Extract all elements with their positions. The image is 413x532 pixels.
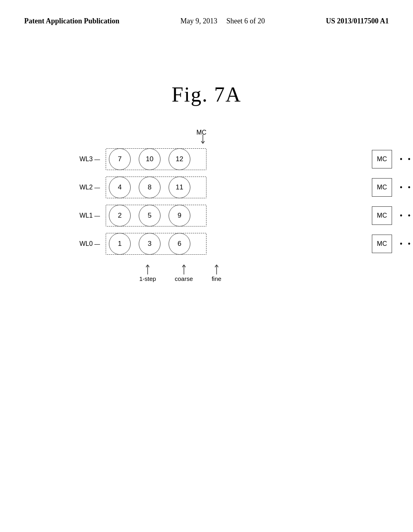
cell-4: 4 [109, 177, 131, 198]
cell-1: 1 [109, 233, 131, 255]
cell-3: 3 [139, 233, 161, 255]
cell-9: 9 [169, 205, 190, 227]
label-1step: 1-step [139, 264, 156, 282]
label-1step-text: 1-step [139, 275, 156, 282]
label-coarse-text: coarse [175, 275, 193, 282]
mc-box-wl2: MC [372, 178, 392, 197]
wl0-label: WL0 — [79, 240, 100, 247]
cells-wl3: 7 10 12 [106, 145, 194, 173]
wl3-label: WL3 — [79, 156, 100, 163]
patent-number: US 2013/0117500 A1 [326, 16, 389, 26]
cell-10: 10 [139, 148, 161, 170]
row-wl2: WL2 — 4 8 11 MC • • • [106, 173, 356, 202]
publication-label: Patent Application Publication [24, 16, 119, 26]
arrow-1step [145, 264, 150, 275]
cells-wl0: 1 3 6 [106, 230, 194, 258]
bottom-labels: 1-step coarse fine [130, 264, 231, 282]
figure-title: Fig. 7A [0, 83, 413, 106]
dots-wl1: • • • [400, 206, 413, 225]
mc-box-wl3: MC [372, 150, 392, 168]
cell-2: 2 [109, 205, 131, 227]
page-header: Patent Application Publication May 9, 20… [0, 0, 413, 26]
cell-12: 12 [169, 148, 190, 170]
cells-wl1: 2 5 9 [106, 202, 194, 230]
cell-11: 11 [169, 177, 190, 198]
label-coarse: coarse [175, 264, 193, 282]
diagram: MC WL3 — 7 10 12 MC • • • WL [81, 145, 332, 258]
row-wl0: WL0 — 1 3 6 MC • • • [106, 230, 356, 258]
cell-7: 7 [109, 148, 131, 170]
wl2-label: WL2 — [79, 184, 100, 191]
label-fine-text: fine [212, 275, 221, 282]
sheet-info: Sheet 6 of 20 [226, 17, 265, 25]
dots-wl2: • • • [400, 178, 413, 197]
wl1-label: WL1 — [79, 212, 100, 219]
arrow-coarse [181, 264, 187, 275]
mc-arrow-svg [200, 135, 205, 145]
label-fine: fine [212, 264, 221, 282]
date-sheet-info: May 9, 2013 Sheet 6 of 20 [180, 16, 265, 26]
mc-box-wl0: MC [372, 235, 392, 253]
row-wl1: WL1 — 2 5 9 MC • • • [106, 202, 356, 230]
cell-8: 8 [139, 177, 161, 198]
dots-wl0: • • • [400, 235, 413, 253]
cell-6: 6 [169, 233, 190, 255]
cell-5: 5 [139, 205, 161, 227]
mc-box-wl1: MC [372, 206, 392, 225]
cells-wl2: 4 8 11 [106, 173, 194, 202]
cell-grid: WL3 — 7 10 12 MC • • • WL2 — 4 8 11 [106, 145, 356, 258]
dots-wl3: • • • [400, 150, 413, 168]
row-wl3: WL3 — 7 10 12 MC • • • [106, 145, 356, 173]
publication-date: May 9, 2013 [180, 17, 217, 25]
arrow-fine [214, 264, 219, 275]
